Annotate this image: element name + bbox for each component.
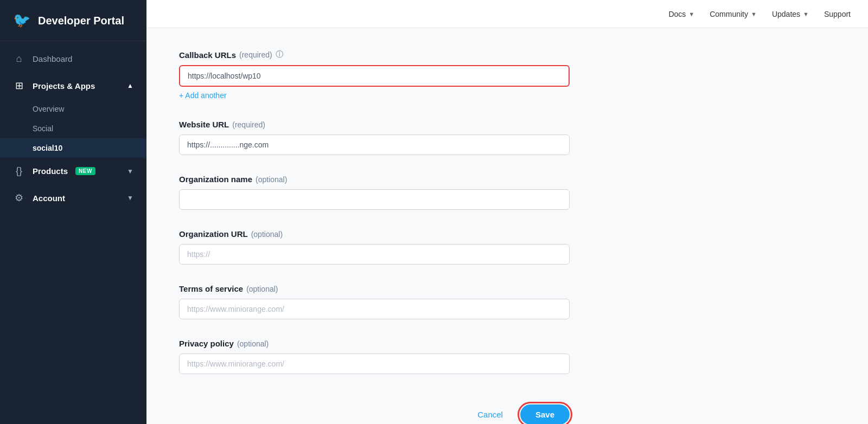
sidebar-logo: 🐦 Developer Portal bbox=[0, 0, 146, 41]
terms-label: Terms of service (optional) bbox=[179, 284, 835, 293]
privacy-input[interactable] bbox=[179, 354, 570, 374]
projects-icon: ⊞ bbox=[13, 80, 25, 92]
products-new-badge: NEW bbox=[75, 167, 95, 175]
org-name-input[interactable] bbox=[179, 189, 570, 210]
topnav-community[interactable]: Community ▼ bbox=[710, 10, 757, 18]
org-url-input[interactable] bbox=[179, 244, 570, 265]
sidebar-item-products-label: Products bbox=[33, 166, 68, 176]
privacy-label: Privacy policy (optional) bbox=[179, 339, 835, 348]
website-url-label: Website URL (required) bbox=[179, 120, 835, 129]
twitter-icon: 🐦 bbox=[13, 12, 30, 29]
sidebar-subitem-social10[interactable]: social10 bbox=[0, 138, 146, 158]
sidebar-item-account[interactable]: ⚙ Account ▼ bbox=[0, 184, 146, 211]
sidebar-item-projects-label: Projects & Apps bbox=[33, 81, 95, 91]
home-icon: ⌂ bbox=[13, 53, 25, 65]
sidebar-item-account-label: Account bbox=[33, 194, 65, 203]
website-url-section: Website URL (required) bbox=[179, 120, 835, 155]
callback-urls-label: Callback URLs (required) ⓘ bbox=[179, 50, 835, 60]
org-name-label: Organization name (optional) bbox=[179, 175, 835, 184]
terms-section: Terms of service (optional) bbox=[179, 284, 835, 319]
save-button[interactable]: Save bbox=[520, 404, 570, 424]
callback-urls-input[interactable] bbox=[179, 65, 570, 87]
sidebar-subitem-overview[interactable]: Overview bbox=[0, 99, 146, 119]
sidebar-nav: ⌂ Dashboard ⊞ Projects & Apps ▲ Overview… bbox=[0, 41, 146, 424]
terms-input[interactable] bbox=[179, 299, 570, 319]
sidebar-item-dashboard[interactable]: ⌂ Dashboard bbox=[0, 46, 146, 72]
community-chevron-icon: ▼ bbox=[751, 11, 757, 17]
sidebar-item-projects[interactable]: ⊞ Projects & Apps ▲ bbox=[0, 72, 146, 99]
docs-chevron-icon: ▼ bbox=[688, 11, 694, 17]
account-chevron-icon: ▼ bbox=[127, 194, 133, 202]
privacy-section: Privacy policy (optional) bbox=[179, 339, 835, 374]
top-navigation: Docs ▼ Community ▼ Updates ▼ Support bbox=[146, 0, 868, 28]
products-icon: {} bbox=[13, 165, 25, 177]
topnav-docs[interactable]: Docs ▼ bbox=[668, 10, 694, 18]
add-another-link[interactable]: + Add another bbox=[179, 91, 227, 100]
topnav-support[interactable]: Support bbox=[824, 10, 851, 18]
cancel-button[interactable]: Cancel bbox=[469, 404, 512, 424]
topnav-updates[interactable]: Updates ▼ bbox=[772, 10, 809, 18]
org-name-section: Organization name (optional) bbox=[179, 175, 835, 210]
updates-chevron-icon: ▼ bbox=[803, 11, 809, 17]
main-area: Docs ▼ Community ▼ Updates ▼ Support Cal… bbox=[146, 0, 868, 424]
callback-urls-info-icon[interactable]: ⓘ bbox=[276, 50, 283, 60]
website-url-input[interactable] bbox=[179, 134, 570, 155]
form-footer: Cancel Save bbox=[179, 394, 570, 424]
products-chevron-icon: ▼ bbox=[127, 168, 133, 175]
callback-urls-section: Callback URLs (required) ⓘ + Add another bbox=[179, 50, 835, 100]
content-area: Callback URLs (required) ⓘ + Add another… bbox=[146, 28, 868, 424]
sidebar-item-dashboard-label: Dashboard bbox=[33, 54, 72, 63]
projects-chevron-icon: ▲ bbox=[127, 82, 133, 89]
account-icon: ⚙ bbox=[13, 192, 25, 204]
org-url-label: Organization URL (optional) bbox=[179, 229, 835, 239]
org-url-section: Organization URL (optional) bbox=[179, 229, 835, 265]
sidebar-subitem-social[interactable]: Social bbox=[0, 119, 146, 138]
sidebar-item-products[interactable]: {} Products NEW ▼ bbox=[0, 158, 146, 184]
logo-title: Developer Portal bbox=[38, 14, 124, 27]
sidebar: 🐦 Developer Portal ⌂ Dashboard ⊞ Project… bbox=[0, 0, 146, 424]
